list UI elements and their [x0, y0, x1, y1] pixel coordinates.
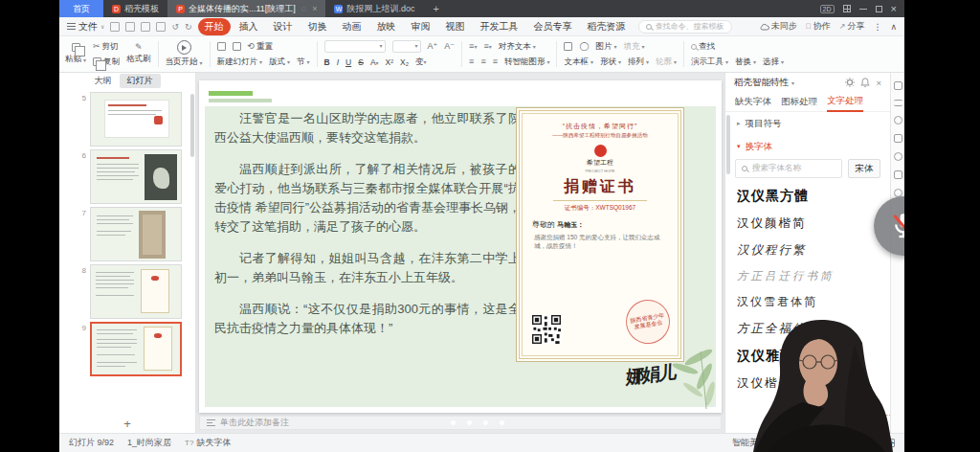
missing-font-warning[interactable]: T?缺失字体: [185, 437, 231, 449]
copy-style-icon[interactable]: [894, 134, 902, 143]
close-button[interactable]: ×: [891, 4, 897, 14]
underline-button[interactable]: U: [345, 57, 351, 67]
current-font-button[interactable]: 宋体: [848, 159, 880, 178]
presentation-tab[interactable]: P 全媒体传播的实...11[陕理工] ◌ ×: [167, 0, 325, 17]
preview-icon[interactable]: [156, 22, 166, 32]
align-right-icon[interactable]: ≡: [493, 57, 498, 66]
menu-item[interactable]: 开始: [198, 18, 231, 35]
number-list-icon[interactable]: ≡▾: [483, 42, 491, 51]
fill-button[interactable]: 填充▾: [624, 41, 645, 53]
slide-layout-button[interactable]: 版式▾: [269, 56, 290, 68]
file-menu[interactable]: 文件 ∨: [67, 20, 104, 34]
add-slide-button[interactable]: +: [59, 417, 195, 431]
tab-outline[interactable]: 大纲: [95, 75, 112, 87]
tab-slides[interactable]: 幻灯片: [120, 74, 161, 88]
align-center-icon[interactable]: ≡: [480, 57, 485, 66]
history-icon[interactable]: [894, 152, 902, 161]
menu-item[interactable]: 动画: [336, 18, 368, 35]
convert-smart-graphic-button[interactable]: 转智能图形▾: [504, 56, 550, 68]
tab-mute-icon[interactable]: ◌: [301, 4, 306, 13]
align-left-icon[interactable]: ≡: [469, 57, 474, 66]
replace-button[interactable]: 替换▾: [735, 56, 756, 68]
thumbnail-scrollbar[interactable]: [190, 94, 194, 157]
font-list-item[interactable]: 汉仪颜楷简: [737, 215, 879, 232]
export-icon[interactable]: [125, 22, 135, 32]
slide-thumbnail[interactable]: [90, 149, 182, 204]
panel-title-caret[interactable]: ▾: [791, 79, 794, 86]
menu-item[interactable]: 审阅: [405, 18, 437, 35]
panel-tab[interactable]: 文字处理: [827, 92, 863, 112]
font-list-item[interactable]: 汉仪雪君体简: [737, 294, 879, 310]
subscript-button[interactable]: X₂: [400, 57, 409, 67]
tab-close-icon[interactable]: ×: [312, 4, 317, 13]
outline-button[interactable]: 轮廓▾: [656, 56, 677, 68]
find-button[interactable]: 查找: [691, 41, 715, 53]
menu-item[interactable]: 放映: [370, 18, 403, 35]
arrange-button[interactable]: 排列▾: [628, 56, 649, 68]
font-size-select[interactable]: [392, 40, 421, 53]
font-color-button[interactable]: A▾: [370, 57, 379, 67]
docer-template-tab[interactable]: D 稻壳模板: [103, 0, 167, 17]
2d-mode-icon[interactable]: 2D: [820, 5, 835, 13]
decrease-font-icon[interactable]: A⁻: [444, 42, 455, 51]
more-menu-icon[interactable]: ⋮: [873, 22, 881, 32]
font-list-item[interactable]: 汉仪程行繁: [737, 242, 879, 259]
workspace-grid-icon[interactable]: [843, 5, 851, 12]
slide-thumbnail-selected[interactable]: [90, 322, 182, 376]
slide-text-block[interactable]: 汪警官是一名山区助学的志愿者，他立即联系了陕西公益大使温西顺，要转交这笔捐款。温…: [214, 109, 521, 350]
slide-thumbnail[interactable]: [90, 92, 182, 147]
bell-icon[interactable]: [860, 78, 870, 87]
beautify-tool-icon[interactable]: [894, 81, 902, 90]
undo-icon[interactable]: ↺: [171, 22, 179, 32]
menu-item[interactable]: 稻壳资源: [581, 18, 633, 35]
slide-thumbnail[interactable]: [90, 264, 182, 319]
bullets-section-row[interactable]: ▸项目符号: [725, 112, 890, 135]
font-search-input[interactable]: 搜索字体名称: [735, 159, 842, 178]
italic-button[interactable]: I: [337, 57, 339, 67]
home-tab[interactable]: 首页: [59, 0, 103, 17]
strikethrough-button[interactable]: S: [358, 57, 364, 67]
insert-picture-button[interactable]: 图片▾: [596, 41, 617, 53]
panel-tab[interactable]: 图标处理: [781, 93, 817, 111]
menu-item[interactable]: 设计: [267, 18, 300, 35]
command-search-box[interactable]: 查找命令、搜索模板: [638, 20, 732, 34]
textbox-button[interactable]: 文本框▾: [564, 56, 593, 68]
bullet-list-icon[interactable]: ≡▾: [469, 42, 477, 51]
play-from-current-button[interactable]: 当页开始▾: [166, 40, 203, 68]
document-tab-doc[interactable]: W 陕报网上培训.doc: [325, 0, 423, 17]
sync-status[interactable]: 未同步: [759, 20, 797, 33]
donation-certificate-image[interactable]: “抗击疫情，希望同行” ——陕西希望工程特别行动自愿参捐活动 希望工程 PROJ…: [516, 107, 684, 362]
menu-item[interactable]: 会员专享: [527, 18, 579, 35]
menu-item[interactable]: 开发工具: [474, 18, 525, 35]
cut-button[interactable]: ✂剪切: [93, 41, 120, 53]
font-list-item[interactable]: 汉仪黑方體: [737, 188, 879, 205]
section-button[interactable]: 节▾: [297, 56, 310, 68]
feedback-icon[interactable]: [894, 170, 902, 179]
panel-tab[interactable]: 缺失字体: [735, 93, 771, 111]
panel-close-icon[interactable]: ×: [876, 78, 881, 88]
print-icon[interactable]: [141, 22, 150, 32]
redo-icon[interactable]: ↻: [185, 22, 192, 32]
template-name[interactable]: 1_时尚家居: [127, 437, 171, 449]
shapes-button[interactable]: 形状▾: [600, 56, 621, 68]
adjust-sliders-icon[interactable]: [894, 100, 902, 106]
menu-item[interactable]: 视图: [439, 18, 472, 35]
restore-button[interactable]: [876, 6, 882, 12]
gear-icon[interactable]: [845, 78, 855, 87]
menu-item[interactable]: 切换: [301, 18, 334, 35]
menu-item[interactable]: 插入: [233, 18, 265, 35]
reset-button[interactable]: ⟲重置: [248, 41, 274, 53]
text-effect-button[interactable]: 变▾: [415, 56, 427, 68]
presentation-tools-button[interactable]: 演示工具▾: [691, 56, 728, 68]
new-slide-button[interactable]: 新建幻灯片▾: [217, 56, 263, 68]
copy-button[interactable]: 复制: [93, 56, 120, 68]
notes-bar[interactable]: 单击此处添加备注: [199, 416, 722, 430]
align-text-button[interactable]: 对齐文本▾: [499, 41, 536, 53]
new-tab-button[interactable]: +: [424, 0, 449, 17]
increase-font-icon[interactable]: A⁺: [428, 42, 438, 51]
panel-scrollbar[interactable]: [726, 115, 730, 174]
collaborate-button[interactable]: 𖠋协作: [806, 20, 831, 33]
change-font-section-row[interactable]: ▾换字体: [725, 135, 890, 158]
slide-thumbnail[interactable]: [90, 207, 182, 261]
collapse-ribbon-icon[interactable]: ∧: [890, 22, 897, 32]
